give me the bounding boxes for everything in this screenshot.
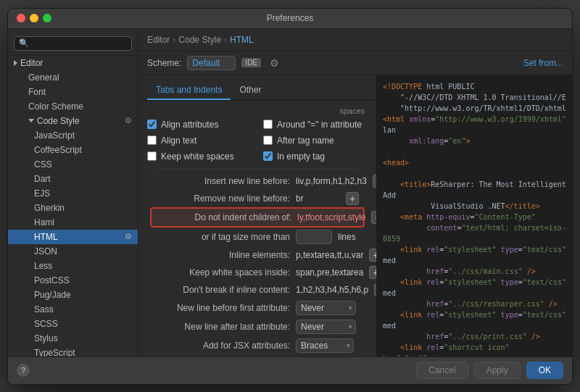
set-from-link[interactable]: Set from... — [523, 58, 563, 68]
field-do-not-indent: Do not indent children of: ly,tfoot,scri… — [150, 207, 365, 228]
sidebar-item-label: Stylus — [34, 333, 58, 343]
main-panel: Editor › Code Style › HTML Scheme: Defau… — [138, 29, 572, 356]
keep-white-inside-value: span,pre,textarea — [296, 267, 363, 278]
scheme-select[interactable]: Default — [187, 56, 236, 70]
new-line-first-select[interactable]: NeverAlwaysIf multiline — [296, 301, 356, 315]
sidebar-item-label: EJS — [34, 188, 50, 199]
sidebar-item-editor[interactable]: Editor — [8, 56, 138, 70]
in-empty-tag-checkbox[interactable] — [263, 151, 273, 161]
sidebar-item-json[interactable]: JSON — [8, 244, 138, 259]
keep-white-checkbox[interactable] — [147, 151, 157, 161]
apply-button[interactable]: Apply — [474, 362, 521, 379]
sidebar-item-html[interactable]: HTML ⚙ — [8, 230, 138, 244]
checkbox-around-eq: Around "=" in attribute — [263, 118, 368, 131]
sidebar-item-pug-jade[interactable]: Pug/Jade — [8, 288, 138, 302]
sidebar-item-coffeescript[interactable]: CoffeeScript — [8, 143, 138, 157]
sidebar-item-label: Pug/Jade — [34, 290, 71, 300]
scheme-row: Scheme: Default IDE ⚙ Set from... — [138, 51, 572, 75]
around-eq-checkbox[interactable] — [263, 120, 273, 129]
sidebar-item-javascript[interactable]: JavaScript — [8, 128, 138, 143]
field-remove-new-line: Remove new line before: br + — [147, 190, 368, 207]
sidebar-item-less[interactable]: Less — [8, 259, 138, 273]
align-attrs-label: Align attributes — [161, 120, 218, 130]
tab-other[interactable]: Other — [231, 81, 270, 100]
sidebar-item-label: JSON — [34, 246, 57, 257]
settings-content: spaces Align attributes Around "=" in at… — [138, 101, 376, 356]
sidebar-item-postcss[interactable]: PostCSS — [8, 273, 138, 288]
checkbox-after-tag: After tag name — [263, 134, 368, 147]
sidebar-item-css[interactable]: CSS — [8, 157, 138, 172]
remove-new-line-label: Remove new line before: — [156, 193, 290, 204]
spaces-label: spaces — [147, 107, 368, 115]
field-tag-size: or if tag size more than lines — [147, 228, 368, 246]
jsx-attrs-select[interactable]: BracesNone — [296, 338, 354, 353]
sidebar-item-label: Dart — [34, 174, 51, 184]
keep-white-label: Keep white spaces — [161, 151, 234, 162]
sidebar-item-ejs[interactable]: EJS — [8, 186, 138, 201]
close-button[interactable] — [17, 14, 25, 22]
field-dont-break: Don't break if inline content: 1,h2,h3,h… — [147, 281, 368, 299]
insert-new-line-value: liv,p,form,h1,h2,h3 — [296, 176, 367, 186]
field-insert-new-line: Insert new line before: liv,p,form,h1,h2… — [147, 172, 368, 190]
jsx-attrs-select-wrapper: BracesNone ▾ — [296, 338, 354, 353]
sidebar-item-label: Haml — [34, 217, 54, 228]
around-eq-label: Around "=" in attribute — [277, 120, 362, 130]
divider1 — [156, 169, 359, 170]
keep-white-inside-plus[interactable]: + — [369, 266, 376, 279]
sidebar-item-stylus[interactable]: Stylus — [8, 331, 138, 346]
breadcrumb: Editor › Code Style › HTML — [138, 29, 572, 51]
ok-button[interactable]: OK — [526, 362, 563, 379]
sidebar-item-label: CoffeeScript — [34, 145, 82, 155]
minimize-button[interactable] — [30, 14, 38, 22]
sidebar-item-label: Color Scheme — [28, 101, 83, 112]
sidebar: Editor General Font Color Scheme Code St… — [8, 29, 138, 356]
sidebar-item-haml[interactable]: Haml — [8, 215, 138, 230]
sidebar-item-label: PostCSS — [34, 275, 70, 285]
gear-icon: ⚙ — [125, 232, 132, 241]
scheme-select-wrapper: Default — [187, 56, 236, 70]
new-line-last-select[interactable]: NeverAlwaysIf multiline — [296, 320, 356, 334]
field-keep-white-inside: Keep white spaces inside: span,pre,texta… — [147, 264, 368, 281]
help-button[interactable]: ? — [17, 364, 30, 377]
breadcrumb-codestyle: Code Style — [178, 35, 221, 45]
sidebar-item-sass[interactable]: Sass — [8, 302, 138, 317]
align-text-checkbox[interactable] — [147, 135, 157, 145]
do-not-indent-value: ly,tfoot,script,style — [297, 212, 365, 222]
settings-area: Tabs and Indents Other spaces Align attr… — [138, 75, 376, 356]
tab-tabs-indents[interactable]: Tabs and Indents — [147, 81, 231, 100]
keep-white-inside-label: Keep white spaces inside: — [156, 267, 290, 278]
remove-new-line-plus[interactable]: + — [346, 192, 359, 205]
sidebar-item-label: Editor — [20, 58, 43, 68]
sidebar-item-code-style[interactable]: Code Style ⚙ — [8, 114, 138, 128]
new-line-last-select-wrapper: NeverAlwaysIf multiline ▾ — [296, 320, 356, 334]
search-box — [8, 32, 138, 56]
sidebar-item-label: Less — [34, 261, 52, 271]
sidebar-item-label: HTML — [34, 232, 58, 242]
field-new-line-first: New line before first attribute: NeverAl… — [147, 299, 368, 317]
sidebar-item-label: Font — [28, 87, 46, 97]
search-input[interactable] — [14, 36, 132, 51]
tag-size-input[interactable] — [296, 230, 332, 244]
preferences-window: Preferences Editor General Font Color Sc… — [7, 8, 573, 385]
cancel-button[interactable]: Cancel — [416, 362, 468, 379]
breadcrumb-html: HTML — [230, 35, 254, 45]
sidebar-item-label: CSS — [34, 159, 52, 170]
sidebar-item-typescript[interactable]: TypeScript — [8, 346, 138, 356]
traffic-lights — [17, 14, 51, 22]
after-tag-label: After tag name — [277, 135, 334, 146]
sidebar-item-scss[interactable]: SCSS — [8, 317, 138, 331]
sidebar-item-font[interactable]: Font — [8, 85, 138, 99]
inline-elements-plus[interactable]: + — [369, 249, 376, 262]
window-title: Preferences — [267, 13, 314, 23]
sidebar-item-dart[interactable]: Dart — [8, 172, 138, 186]
sidebar-item-gherkin[interactable]: Gherkin — [8, 201, 138, 215]
scheme-label: Scheme: — [147, 58, 181, 68]
checkbox-align-attrs: Align attributes — [147, 118, 252, 131]
do-not-indent-label: Do not indent children of: — [157, 212, 291, 222]
maximize-button[interactable] — [43, 14, 51, 22]
scheme-gear-button[interactable]: ⚙ — [267, 57, 282, 69]
sidebar-item-general[interactable]: General — [8, 70, 138, 85]
sidebar-item-color-scheme[interactable]: Color Scheme — [8, 99, 138, 114]
align-attrs-checkbox[interactable] — [147, 120, 157, 129]
after-tag-checkbox[interactable] — [263, 135, 273, 145]
